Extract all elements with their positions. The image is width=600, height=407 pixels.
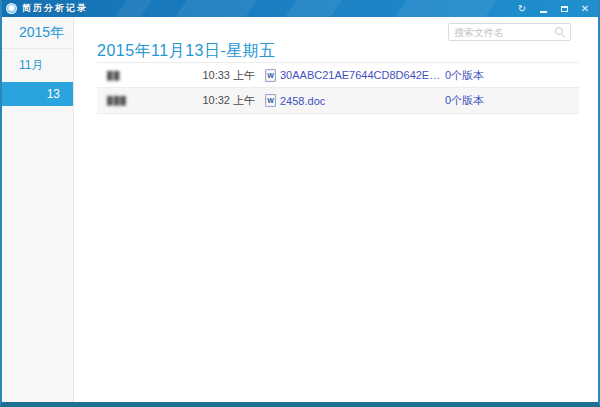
file-name-link[interactable]: 30AABC21AE7644CD8D642E62331... <box>280 69 445 81</box>
sidebar-item-year[interactable]: 2015年 <box>2 17 73 49</box>
word-doc-icon: W <box>265 69 276 82</box>
search-input[interactable] <box>454 27 555 38</box>
file-row: ██ 10:33 上午 W 30AABC21AE7644CD8D642E6233… <box>97 62 579 88</box>
app-window: 简历分析记录 ↻ ✕ 2015年 11月 13 2015年11月13日-星期五 … <box>0 0 600 407</box>
window-controls: ↻ ✕ <box>517 3 600 15</box>
sidebar-item-month[interactable]: 11月 <box>2 49 73 82</box>
file-cell: W 30AABC21AE7644CD8D642E62331... <box>255 69 445 82</box>
search-box <box>448 23 571 41</box>
close-icon[interactable]: ✕ <box>580 3 590 15</box>
window-title: 简历分析记录 <box>22 2 88 15</box>
minimize-icon[interactable] <box>538 3 548 15</box>
sidebar-item-day-selected[interactable]: 13 <box>2 82 73 106</box>
maximize-icon[interactable] <box>559 3 569 15</box>
versions-link[interactable]: 0个版本 <box>445 93 579 108</box>
app-logo-icon <box>6 3 17 14</box>
titlebar-stripe <box>389 0 500 17</box>
redacted-person-name: ███ <box>97 96 162 105</box>
upload-time: 10:32 上午 <box>162 93 255 108</box>
redacted-person-name: ██ <box>97 71 162 80</box>
date-sidebar: 2015年 11月 13 <box>2 17 74 402</box>
titlebar: 简历分析记录 ↻ ✕ <box>0 0 600 17</box>
titlebar-stripe <box>109 0 155 17</box>
titlebar-stripe <box>279 0 345 17</box>
titlebar-stripe <box>169 0 260 17</box>
versions-link[interactable]: 0个版本 <box>445 68 579 83</box>
word-doc-icon: W <box>265 94 276 107</box>
upload-time: 10:33 上午 <box>162 68 255 83</box>
file-list: ██ 10:33 上午 W 30AABC21AE7644CD8D642E6233… <box>97 62 579 114</box>
file-cell: W 2458.doc <box>255 94 445 107</box>
file-row: ███ 10:32 上午 W 2458.doc 0个版本 <box>97 88 579 114</box>
file-name-link[interactable]: 2458.doc <box>280 95 325 107</box>
date-heading: 2015年11月13日-星期五 <box>97 41 276 62</box>
search-icon[interactable] <box>555 27 565 37</box>
refresh-icon[interactable]: ↻ <box>517 3 527 15</box>
